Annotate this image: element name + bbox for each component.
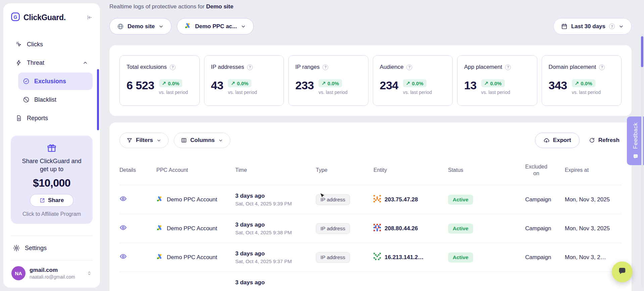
time-relative: 3 days ago [235, 250, 316, 257]
table-row[interactable]: Demo PPC Account 3 days agoSat, Oct 4, 2… [119, 214, 622, 243]
user-account[interactable]: NA gmail.com naatali.ro@gmail.com [11, 265, 93, 280]
table-row[interactable]: Demo PPC Account 3 days agoSat, Oct 4, 2… [119, 243, 622, 272]
chat-widget-button[interactable] [612, 261, 633, 282]
stat-title: Audience [380, 64, 404, 70]
status-badge: Active [448, 252, 473, 262]
view-details-eye-icon[interactable] [119, 224, 127, 231]
stat-value: 233 [295, 79, 314, 92]
export-button[interactable]: Export [535, 133, 580, 148]
cursor-click-icon [15, 41, 22, 48]
columns-label: Columns [190, 137, 215, 144]
page-subtitle: Realtime logs of protective actions for … [109, 3, 632, 10]
help-icon[interactable]: ? [323, 64, 328, 70]
col-header-time: Time [235, 163, 316, 185]
filters-button[interactable]: Filters [119, 133, 168, 148]
account-selector-label: Demo PPC ac... [195, 23, 237, 30]
refresh-icon [589, 137, 595, 143]
main-content: Realtime logs of protective actions for … [100, 0, 644, 291]
date-range-label: Last 30 days [571, 23, 605, 30]
sidebar-item-label: Exclusions [34, 78, 66, 85]
subtitle-text: Realtime logs of protective actions for [109, 3, 206, 10]
sidebar-item-clicks[interactable]: Clicks [11, 36, 93, 53]
col-header-details: Details [119, 163, 156, 185]
sidebar-item-exclusions[interactable]: Exclusions [18, 72, 93, 90]
trend-up-icon: ↗ [231, 80, 235, 86]
brand-logo: G ClickGuard. [11, 12, 93, 23]
stat-caption: vs. last period [318, 90, 347, 95]
col-header-entity: Entity [374, 163, 448, 185]
brand-name: ClickGuard. [23, 13, 66, 22]
clickguard-logo-icon: G [11, 12, 20, 23]
document-icon [15, 115, 22, 122]
sidebar-scrollbar[interactable] [97, 69, 99, 130]
sidebar-item-blacklist[interactable]: Blacklist [18, 91, 93, 108]
excluded-on-value [525, 272, 565, 291]
help-icon[interactable]: ? [609, 23, 615, 29]
entity-value: 208.80.44.26 [385, 225, 418, 232]
stat-caption: vs. last period [572, 90, 601, 95]
chevron-up-icon [83, 60, 88, 65]
shield-check-icon [23, 78, 30, 85]
account-name: Demo PPC Account [167, 196, 217, 203]
sidebar-collapse-icon[interactable] [86, 14, 93, 21]
columns-button[interactable]: Columns [174, 133, 230, 148]
settings-label: Settings [25, 245, 47, 252]
share-button[interactable]: Share [30, 194, 73, 207]
expires-at-value: Mon, Nov 3, 2025 [565, 214, 622, 243]
google-ads-icon [156, 253, 163, 261]
expires-at-value: Mon, Nov 3, 2025 [565, 185, 622, 214]
stat-title: Total exclusions [127, 64, 167, 70]
time-absolute: Sat, Oct 4, 2025 9:37 PM [235, 258, 316, 264]
help-icon[interactable]: ? [170, 64, 176, 70]
time-absolute: Sat, Oct 4, 2025 9:39 PM [235, 201, 316, 206]
trend-badge: ↗0.0% [481, 79, 505, 87]
sidebar-item-settings[interactable]: Settings [11, 240, 93, 256]
page-scrollbar-thumb[interactable] [641, 36, 643, 67]
stat-title: IP ranges [295, 64, 319, 70]
table-row[interactable]: 3 days ago [119, 272, 622, 291]
view-details-eye-icon[interactable] [119, 195, 127, 202]
divider [11, 236, 93, 236]
date-range-selector[interactable]: Last 30 days ? [553, 18, 632, 35]
affiliate-program-link[interactable]: Click to Affiliate Program [16, 211, 87, 217]
sidebar-item-label: Threat [27, 59, 44, 66]
account-name: Demo PPC Account [167, 254, 217, 261]
help-icon[interactable]: ? [505, 64, 511, 70]
stat-card-domain-placement: Domain placement? 343 ↗0.0% vs. last per… [542, 55, 622, 106]
site-selector[interactable]: Demo site [109, 18, 171, 35]
stat-title: App placement [464, 64, 502, 70]
feedback-label: Feedback [632, 123, 639, 149]
help-icon[interactable]: ? [406, 64, 412, 70]
time-relative: 3 days ago [235, 193, 316, 199]
type-badge: IP address [316, 194, 350, 205]
sidebar-item-threat[interactable]: Threat [11, 54, 93, 71]
trend-badge: ↗0.0% [572, 79, 595, 87]
avatar: NA [11, 266, 26, 280]
refresh-button[interactable]: Refresh [587, 133, 622, 148]
excluded-on-value: Campaign [525, 214, 565, 243]
col-header-status: Status [448, 163, 525, 185]
col-header-excluded-on: Excluded on [525, 163, 565, 185]
sidebar-item-label: Blacklist [34, 96, 56, 103]
stats-panel: Total exclusions? 6 523 ↗0.0% vs. last p… [109, 45, 632, 116]
status-badge: Active [448, 195, 473, 205]
table-toolbar: Filters Columns Export [119, 133, 622, 148]
stat-caption: vs. last period [403, 90, 432, 95]
columns-icon [181, 137, 187, 143]
gear-icon [13, 244, 20, 252]
stat-title: IP addresses [211, 64, 244, 70]
type-badge: IP address [316, 223, 350, 234]
view-details-eye-icon[interactable] [119, 253, 127, 260]
sidebar-item-reports[interactable]: Reports [11, 109, 93, 127]
cloud-download-icon [543, 137, 550, 144]
trend-up-icon: ↗ [321, 80, 326, 86]
page-scrollbar-track[interactable] [641, 34, 643, 288]
funnel-icon [127, 137, 133, 143]
time-absolute: Sat, Oct 4, 2025 9:38 PM [235, 230, 316, 235]
table-row[interactable]: Demo PPC Account 3 days agoSat, Oct 4, 2… [119, 185, 622, 214]
logs-panel: Filters Columns Export [109, 123, 632, 291]
account-selector[interactable]: Demo PPC ac... [177, 18, 254, 35]
help-icon[interactable]: ? [247, 64, 253, 70]
help-icon[interactable]: ? [599, 64, 605, 70]
gift-icon [47, 143, 57, 153]
